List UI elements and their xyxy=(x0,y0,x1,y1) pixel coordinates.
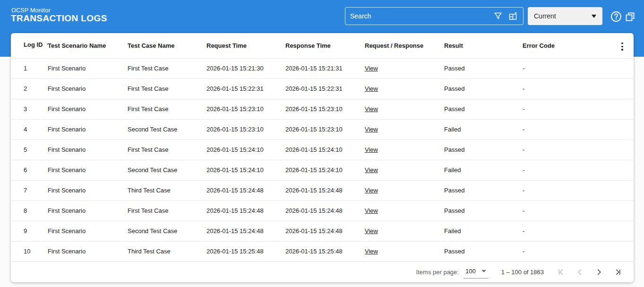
cell-response-time: 2026-01-15 15:24:10 xyxy=(285,139,365,160)
page-title: TRANSACTION LOGS xyxy=(11,13,107,24)
cell-result: Passed xyxy=(444,180,523,200)
cell-request-response: View xyxy=(365,119,444,139)
app-name: OCSP Monitor xyxy=(11,7,51,14)
chevron-down-icon xyxy=(481,270,486,272)
view-link[interactable]: View xyxy=(365,85,378,92)
cell-log-id: 10 xyxy=(11,241,48,261)
cell-result: Passed xyxy=(444,200,523,221)
column-header-response-time[interactable]: Response Time xyxy=(285,33,365,58)
view-link[interactable]: View xyxy=(365,146,378,153)
filter-icon[interactable] xyxy=(493,11,503,21)
cell-request-time: 2026-01-15 15:24:48 xyxy=(206,221,285,241)
items-per-page-label: Items per page: xyxy=(416,269,459,276)
cell-row-menu xyxy=(611,119,634,139)
column-header-test-scenario-name[interactable]: Test Scenario Name xyxy=(48,33,128,58)
cell-request-response: View xyxy=(365,241,444,261)
table-row: 9 First Scenario Second Test Case 2026-0… xyxy=(11,221,634,241)
cell-request-response: View xyxy=(365,99,444,119)
cell-test-case-name: First Test Case xyxy=(128,58,206,78)
cell-test-scenario-name: First Scenario xyxy=(48,160,128,180)
cell-response-time: 2026-01-15 15:24:10 xyxy=(285,160,365,180)
view-link[interactable]: View xyxy=(365,248,378,255)
cell-request-response: View xyxy=(365,160,444,180)
cell-error-code: - xyxy=(523,99,611,119)
cell-log-id: 8 xyxy=(11,200,48,221)
column-chooser-icon[interactable] xyxy=(508,11,518,21)
table-menu-cell xyxy=(611,33,634,58)
view-link[interactable]: View xyxy=(365,227,378,235)
table-row: 7 First Scenario Third Test Case 2026-01… xyxy=(11,180,634,200)
cell-test-case-name: First Test Case xyxy=(128,139,206,160)
table-row: 5 First Scenario First Test Case 2026-01… xyxy=(11,139,634,160)
cell-row-menu xyxy=(611,241,634,261)
more-options-icon[interactable] xyxy=(618,41,627,52)
help-icon[interactable] xyxy=(610,10,622,23)
cell-error-code: - xyxy=(523,221,611,241)
table-row: 1 First Scenario First Test Case 2026-01… xyxy=(11,58,634,78)
cell-log-id: 5 xyxy=(11,139,48,160)
view-link[interactable]: View xyxy=(365,105,378,113)
view-selector-dropdown[interactable]: Current xyxy=(528,7,602,25)
paginator: Items per page: 100 1 – 100 of 1863 xyxy=(11,261,634,282)
cell-log-id: 4 xyxy=(11,119,48,139)
cell-request-time: 2026-01-15 15:23:10 xyxy=(206,119,285,139)
cell-log-id: 6 xyxy=(11,160,48,180)
last-page-button[interactable] xyxy=(608,263,627,282)
cell-log-id: 7 xyxy=(11,180,48,200)
cell-request-response: View xyxy=(365,58,444,78)
cell-response-time: 2026-01-15 15:21:31 xyxy=(285,58,365,78)
cell-result: Passed xyxy=(444,58,523,78)
column-header-test-case-name[interactable]: Test Case Name xyxy=(128,33,206,58)
cell-response-time: 2026-01-15 15:23:10 xyxy=(285,119,365,139)
table-body: 1 First Scenario First Test Case 2026-01… xyxy=(11,58,634,261)
search-box xyxy=(345,7,524,25)
view-link[interactable]: View xyxy=(365,187,378,194)
column-header-request-response[interactable]: Request / Response xyxy=(365,33,444,58)
column-header-log-id[interactable]: Log ID xyxy=(11,33,48,58)
cell-result: Failed xyxy=(444,160,523,180)
cell-test-scenario-name: First Scenario xyxy=(48,119,128,139)
cell-test-scenario-name: First Scenario xyxy=(48,58,128,78)
cell-request-time: 2026-01-15 15:21:30 xyxy=(206,58,285,78)
cell-error-code: - xyxy=(523,139,611,160)
copy-icon[interactable] xyxy=(624,10,636,23)
cell-response-time: 2026-01-15 15:23:10 xyxy=(285,99,365,119)
view-link[interactable]: View xyxy=(365,207,378,214)
previous-page-button[interactable] xyxy=(570,263,589,282)
cell-result: Passed xyxy=(444,78,523,99)
cell-request-time: 2026-01-15 15:24:10 xyxy=(206,160,285,180)
next-page-button[interactable] xyxy=(589,263,608,282)
cell-row-menu xyxy=(611,200,634,221)
cell-test-case-name: First Test Case xyxy=(128,200,206,221)
table-row: 4 First Scenario Second Test Case 2026-0… xyxy=(11,119,634,139)
cell-test-scenario-name: First Scenario xyxy=(48,221,128,241)
cell-result: Passed xyxy=(444,241,523,261)
cell-result: Passed xyxy=(444,99,523,119)
view-link[interactable]: View xyxy=(365,126,378,133)
column-header-result[interactable]: Result xyxy=(444,33,523,58)
cell-result: Failed xyxy=(444,119,523,139)
transaction-logs-card: Log ID Test Scenario Name Test Case Name… xyxy=(11,33,634,282)
cell-row-menu xyxy=(611,180,634,200)
view-link[interactable]: View xyxy=(365,65,378,72)
cell-log-id: 2 xyxy=(11,78,48,99)
cell-request-response: View xyxy=(365,200,444,221)
cell-error-code: - xyxy=(523,160,611,180)
cell-row-menu xyxy=(611,139,634,160)
first-page-button[interactable] xyxy=(551,263,570,282)
cell-test-case-name: Third Test Case xyxy=(128,241,206,261)
column-header-request-time[interactable]: Request Time xyxy=(206,33,285,58)
column-header-error-code[interactable]: Error Code xyxy=(523,33,611,58)
cell-test-case-name: First Test Case xyxy=(128,99,206,119)
cell-row-menu xyxy=(611,160,634,180)
view-link[interactable]: View xyxy=(365,166,378,174)
cell-request-response: View xyxy=(365,180,444,200)
cell-response-time: 2026-01-15 15:25:48 xyxy=(285,241,365,261)
table-row: 3 First Scenario First Test Case 2026-01… xyxy=(11,99,634,119)
cell-error-code: - xyxy=(523,119,611,139)
items-per-page-select[interactable]: 100 xyxy=(464,266,488,278)
items-per-page-value: 100 xyxy=(465,268,476,275)
cell-response-time: 2026-01-15 15:24:48 xyxy=(285,221,365,241)
search-input[interactable] xyxy=(345,8,493,25)
cell-row-menu xyxy=(611,99,634,119)
